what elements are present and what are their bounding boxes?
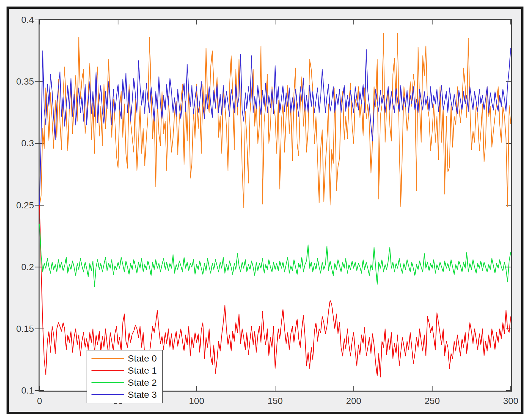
legend-item-label: State 3 (128, 390, 157, 400)
chart-canvas (40, 20, 511, 391)
x-tick-label: 300 (488, 396, 530, 406)
legend-item: State 0 (87, 353, 162, 364)
y-tick-label: 0.1 (0, 385, 34, 396)
y-tick-label: 0.25 (0, 200, 34, 211)
series-line-state0 (40, 34, 511, 208)
x-tick-label: 100 (174, 396, 220, 406)
legend-item: State 1 (87, 365, 162, 376)
figure: State 0 State 1 State 2 State 3 0.10.150… (0, 0, 530, 420)
y-tick-label: 0.2 (0, 262, 34, 272)
legend-line-state2 (91, 382, 124, 383)
series-line-state3 (40, 48, 511, 205)
legend-line-state1 (91, 370, 124, 371)
y-tick-label: 0.4 (0, 15, 34, 25)
x-tick-label: 250 (409, 396, 455, 406)
legend-line-state0 (91, 358, 124, 359)
legend-item-label: State 1 (128, 365, 157, 376)
legend-item-label: State 2 (128, 378, 157, 388)
legend-item: State 2 (87, 378, 162, 388)
y-tick-label: 0.35 (0, 76, 34, 87)
series-line-state2 (40, 224, 511, 287)
y-tick-label: 0.3 (0, 138, 34, 149)
x-tick-label: 200 (331, 396, 376, 406)
x-tick-label: 150 (252, 396, 298, 406)
plot-area: State 0 State 1 State 2 State 3 (39, 19, 512, 392)
x-tick-label: 0 (17, 396, 62, 406)
legend-line-state3 (91, 394, 124, 395)
legend: State 0 State 1 State 2 State 3 (87, 350, 163, 403)
legend-item: State 3 (87, 390, 162, 400)
y-tick-label: 0.15 (0, 324, 34, 334)
legend-item-label: State 0 (128, 353, 157, 364)
